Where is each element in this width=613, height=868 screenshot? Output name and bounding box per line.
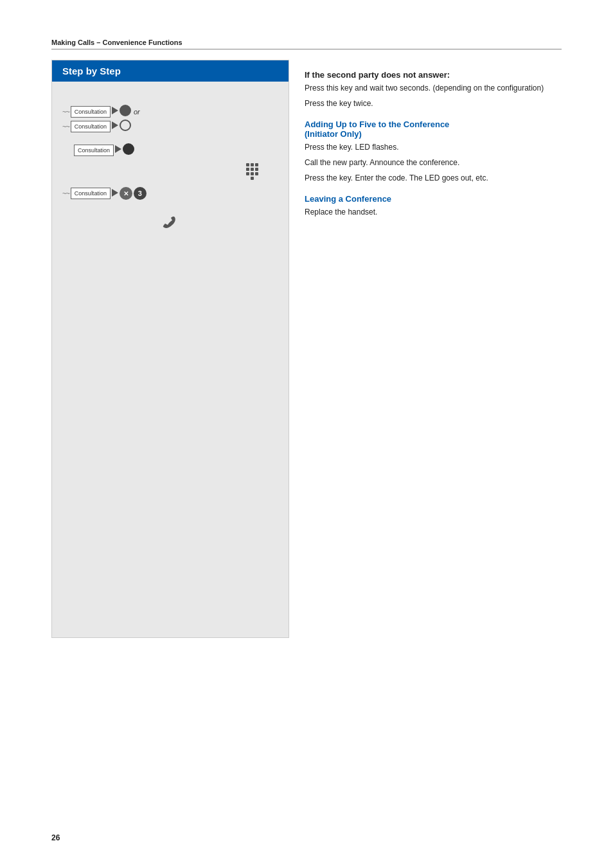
row3-text: Press the key. LED flashes.	[305, 141, 562, 153]
right-panel: If the second party does not answer: Pre…	[289, 60, 562, 638]
section-2: Adding Up to Five to the Conference (Ini…	[305, 120, 562, 184]
key-row-3: Consultation	[62, 143, 278, 157]
circle-filled-2	[123, 143, 134, 157]
page: Making Calls – Convenience Functions Ste…	[0, 0, 613, 868]
key-row-2: ~~ Consultation	[62, 120, 278, 133]
key-row-6	[62, 215, 278, 229]
key-row-4	[62, 163, 278, 181]
handset-icon	[161, 215, 180, 229]
section-1: If the second party does not answer: Pre…	[305, 70, 562, 109]
section-header-text: Making Calls – Convenience Functions	[51, 39, 182, 46]
row1-text: Press this key and wait two seconds. (de…	[305, 82, 562, 94]
svg-marker-1	[112, 121, 118, 129]
three-badge-icon: 3	[134, 187, 147, 200]
row6-text: Replace the handset.	[305, 206, 562, 218]
svg-marker-2	[115, 145, 121, 153]
arrow-right-1	[112, 107, 118, 116]
section2-title: Adding Up to Five to the Conference (Ini…	[305, 120, 562, 139]
vibrate-icon-3: ~~	[62, 190, 69, 197]
consultation-key-1[interactable]: Consultation	[71, 106, 111, 118]
section-header: Making Calls – Convenience Functions	[51, 39, 562, 49]
consultation-key-4[interactable]: Consultation	[71, 188, 111, 199]
svg-marker-0	[112, 107, 118, 114]
row2-text: Press the key twice.	[305, 98, 562, 109]
keypad-icon	[246, 163, 259, 181]
left-content: ~~ Consultation or ~~	[52, 82, 289, 249]
step-by-step-header: Step by Step	[52, 60, 289, 82]
content-area: Step by Step ~~ Consultation	[51, 60, 562, 638]
or-label: or	[134, 108, 140, 116]
conference-icons: ✕ 3	[120, 187, 147, 200]
page-number: 26	[51, 833, 60, 842]
arrow-right-3	[115, 145, 121, 155]
circle-filled-1	[120, 105, 131, 118]
svg-marker-3	[112, 189, 118, 197]
key-row-5: ~~ Consultation ✕ 3	[62, 187, 278, 200]
vibrate-icon-2: ~~	[62, 123, 69, 130]
consultation-key-2[interactable]: Consultation	[71, 121, 111, 132]
section1-title: If the second party does not answer:	[305, 70, 562, 80]
x-badge-icon: ✕	[120, 187, 132, 200]
section-3: Leaving a Conference Replace the handset…	[305, 194, 562, 218]
arrow-right-2	[112, 121, 118, 131]
left-panel: Step by Step ~~ Consultation	[51, 60, 289, 638]
step-by-step-title: Step by Step	[62, 66, 121, 76]
section3-title: Leaving a Conference	[305, 194, 562, 204]
consultation-key-3[interactable]: Consultation	[74, 145, 114, 156]
row5-text: Press the key. Enter the code. The LED g…	[305, 172, 562, 184]
key-row-1: ~~ Consultation or	[62, 105, 278, 118]
row4-text: Call the new party. Announce the confere…	[305, 157, 562, 168]
arrow-right-4	[112, 189, 118, 199]
vibrate-icon-1: ~~	[62, 108, 69, 116]
circle-empty-1	[120, 120, 131, 133]
